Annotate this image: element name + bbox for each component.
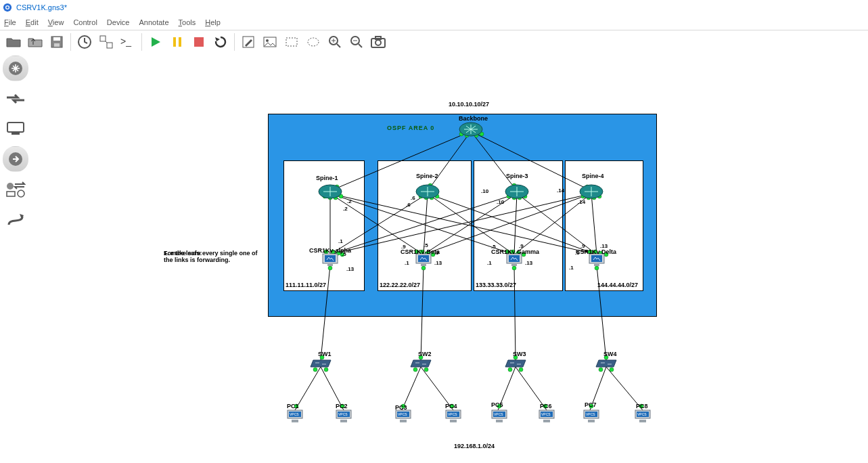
- svg-rect-30: [7, 123, 24, 132]
- annotate-note-button[interactable]: [238, 32, 258, 52]
- svg-line-47: [428, 194, 597, 255]
- menu-help[interactable]: Help: [205, 18, 221, 26]
- pc3-label: PC3: [395, 404, 407, 411]
- leaf2-vm-icon[interactable]: [415, 253, 432, 267]
- svg-line-20: [337, 44, 340, 47]
- menu-view[interactable]: View: [48, 18, 64, 26]
- spine4-router-icon[interactable]: [579, 184, 603, 199]
- sw3-switch-icon[interactable]: [504, 359, 527, 368]
- spine3-label: Spine-3: [506, 173, 528, 179]
- if-l3b: .5: [491, 244, 496, 250]
- zoom-in-button[interactable]: [325, 32, 345, 52]
- dock-switches-button[interactable]: [3, 87, 28, 111]
- pc4-icon[interactable]: VPCS: [444, 409, 462, 424]
- pc8-icon[interactable]: VPCS: [634, 409, 652, 424]
- svg-point-35: [18, 190, 24, 197]
- dock-all-devices-button[interactable]: [3, 177, 28, 202]
- pc3-icon[interactable]: VPCS: [394, 409, 412, 424]
- spine4-label: Spine-4: [582, 173, 604, 179]
- svg-line-56: [321, 265, 330, 360]
- if-s3a: .10: [481, 188, 488, 194]
- topology-canvas[interactable]: OSPF AREA 0 10.10.10.10/27 Backbone: [31, 51, 868, 463]
- draw-ellipse-button[interactable]: [303, 32, 323, 52]
- menu-annotate[interactable]: Annotate: [139, 18, 168, 26]
- if-l1b: .13: [346, 266, 354, 272]
- menu-tools[interactable]: Tools: [179, 18, 196, 26]
- if-l3a: .1: [487, 260, 492, 266]
- svg-line-59: [597, 265, 606, 360]
- spine1-router-icon[interactable]: [318, 184, 342, 199]
- dock-routers-button[interactable]: [3, 56, 28, 81]
- sw2-switch-icon[interactable]: [409, 359, 432, 368]
- sw4-switch-icon[interactable]: [595, 359, 618, 368]
- leaf1-vm-icon[interactable]: [322, 253, 338, 267]
- menu-control[interactable]: Control: [73, 18, 97, 26]
- screenshot-button[interactable]: [368, 32, 388, 52]
- titlebar: CSRV1K.gns3*: [0, 0, 868, 16]
- dock-security-button[interactable]: [3, 146, 28, 172]
- pc6-icon[interactable]: VPCS: [538, 409, 555, 424]
- svg-point-23: [351, 37, 359, 45]
- menu-edit[interactable]: Edit: [26, 18, 39, 26]
- if-s1a: .2: [347, 198, 352, 204]
- menu-file[interactable]: File: [4, 18, 16, 26]
- svg-rect-12: [179, 37, 181, 47]
- svg-text:VPCS: VPCS: [494, 412, 503, 416]
- dock-end-devices-button[interactable]: [3, 116, 28, 141]
- start-all-button[interactable]: [145, 32, 166, 52]
- pc1-label: PC1: [287, 403, 299, 410]
- backbone-router-icon[interactable]: [459, 122, 483, 137]
- spine1-label: Spine-1: [316, 175, 338, 181]
- show-interfaces-button[interactable]: [96, 32, 116, 52]
- svg-rect-31: [12, 133, 20, 135]
- svg-rect-164: [450, 420, 457, 422]
- svg-line-50: [514, 194, 517, 255]
- svg-line-58: [514, 265, 516, 360]
- spine2-router-icon[interactable]: [415, 184, 440, 199]
- open-project-button[interactable]: [3, 32, 24, 52]
- if-s4a: .14: [557, 188, 564, 194]
- link-layer: [31, 51, 868, 463]
- insert-image-button[interactable]: [260, 32, 280, 52]
- pc2-icon[interactable]: VPCS: [335, 409, 352, 424]
- leaf3-vm-icon[interactable]: [506, 253, 522, 267]
- sw1-switch-icon[interactable]: [309, 359, 332, 368]
- svg-rect-142: [421, 264, 426, 266]
- svg-rect-144: [509, 255, 520, 262]
- svg-rect-8: [107, 43, 112, 48]
- snapshot-button[interactable]: [74, 32, 95, 52]
- pc7-icon[interactable]: VPCS: [583, 409, 600, 424]
- sw1-label: SW1: [318, 351, 332, 357]
- pc5-icon[interactable]: VPCS: [490, 409, 508, 424]
- if-l1a: .1: [338, 238, 343, 244]
- svg-rect-147: [591, 255, 602, 262]
- svg-rect-168: [496, 420, 503, 422]
- console-button[interactable]: >_: [118, 32, 138, 52]
- draw-rect-button[interactable]: [281, 32, 302, 52]
- pause-all-button[interactable]: [167, 32, 187, 52]
- menubar: File Edit View Control Device Annotate T…: [0, 16, 868, 30]
- zoom-out-button[interactable]: [346, 32, 367, 52]
- svg-rect-172: [543, 420, 550, 422]
- note-line2: 1. make sure every single one of the lin…: [164, 250, 258, 263]
- svg-rect-180: [639, 420, 646, 422]
- save-button[interactable]: [47, 32, 67, 52]
- stop-all-button[interactable]: [189, 32, 209, 52]
- svg-line-55: [591, 194, 597, 255]
- spine3-router-icon[interactable]: [505, 184, 529, 199]
- menu-device[interactable]: Device: [107, 18, 130, 26]
- reload-all-button[interactable]: [210, 32, 231, 52]
- if-s3b: .10: [497, 199, 504, 205]
- dock-add-link-button[interactable]: [3, 207, 28, 232]
- svg-rect-34: [7, 192, 15, 196]
- sw4-label: SW4: [603, 351, 617, 357]
- svg-rect-141: [418, 255, 429, 262]
- pod1-subnet: 111.11.11.0/27: [285, 282, 326, 288]
- pc1-icon[interactable]: VPCS: [286, 409, 304, 424]
- sw2-label: SW2: [418, 351, 432, 357]
- if-l4a: .1: [569, 265, 574, 271]
- svg-text:VPCS: VPCS: [541, 412, 551, 416]
- svg-point-6: [78, 36, 91, 48]
- leaf4-vm-icon[interactable]: [589, 253, 605, 267]
- new-project-button[interactable]: [25, 32, 45, 52]
